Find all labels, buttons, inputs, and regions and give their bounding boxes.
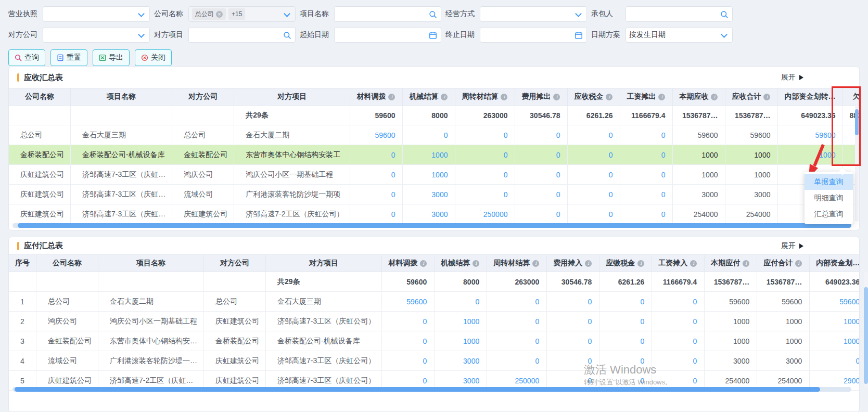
amount-link[interactable]: 0 (693, 298, 697, 306)
info-icon[interactable]: i (388, 94, 395, 100)
amount-link[interactable]: 0 (391, 151, 395, 159)
amount-link[interactable]: 0 (609, 151, 613, 159)
expand-toggle[interactable]: 展开 (781, 241, 803, 251)
export-button[interactable]: 导出 (93, 49, 130, 66)
amount-link[interactable]: 0 (535, 317, 539, 326)
amount-link[interactable]: 0 (693, 317, 697, 326)
amount-link[interactable]: 0 (556, 210, 560, 218)
amount-link[interactable]: 0 (661, 171, 666, 179)
amount-link[interactable]: 1000 (463, 337, 479, 345)
remove-tag-icon[interactable]: × (216, 11, 223, 18)
reset-button[interactable]: 重置 (50, 49, 87, 66)
amount-link[interactable]: 0 (504, 131, 508, 139)
amount-link[interactable]: 0 (588, 337, 592, 345)
info-icon[interactable]: i (532, 260, 539, 267)
amount-link[interactable]: 3000 (463, 357, 479, 365)
amount-link[interactable]: 0 (444, 131, 448, 139)
amount-link[interactable]: 0 (661, 151, 666, 159)
query-button[interactable]: 查询 (8, 49, 45, 66)
info-icon[interactable]: i (658, 94, 665, 100)
end-date-input[interactable] (480, 27, 587, 43)
table-row[interactable]: 4流域公司广利港滚装客轮防沙堤一…庆虹建筑公司济邹高速7-3工区（庆虹公司）03… (9, 351, 859, 371)
scrollbar-thumb[interactable] (15, 387, 820, 392)
menu-item-detail-query[interactable]: 明细查询 (805, 190, 853, 206)
start-date-input[interactable] (334, 27, 441, 43)
table-row[interactable]: 庆虹建筑公司济邹高速7-3工区（庆虹…流域公司广利港滚装客轮防沙堤一期项0300… (9, 185, 859, 204)
contractor-search-input[interactable] (626, 6, 733, 22)
amount-link[interactable]: 0 (609, 171, 613, 179)
amount-link[interactable]: 0 (475, 298, 479, 306)
table-row[interactable]: 金桥装配公司金桥装配公司-机械设备库金虹装配公司东营市奥体中心钢结构安装工010… (9, 145, 859, 165)
amount-link[interactable]: 0 (423, 317, 427, 326)
amount-link[interactable]: 250000 (483, 210, 508, 218)
table-row[interactable]: 1总公司金石大厦二期总公司金石大厦三期596000000059600596005… (9, 292, 859, 312)
amount-link[interactable]: 0 (661, 210, 666, 218)
menu-item-summary-query[interactable]: 汇总查询 (805, 206, 853, 222)
amount-link[interactable]: 0 (609, 131, 613, 139)
amount-link[interactable]: 0 (661, 131, 666, 139)
amount-link[interactable]: 0 (640, 357, 644, 365)
amount-link[interactable]: 0 (609, 190, 613, 199)
amount-link[interactable]: 0 (588, 357, 592, 365)
amount-link[interactable]: 0 (391, 210, 395, 218)
amount-link[interactable]: 0 (535, 337, 539, 345)
amount-link[interactable]: 0 (556, 131, 560, 139)
amount-link[interactable]: 3000 (431, 190, 448, 199)
date-scheme-select[interactable]: 按发生日期 (626, 27, 733, 43)
amount-link[interactable]: 0 (556, 171, 560, 179)
vertical-scrollbar[interactable] (864, 272, 868, 387)
amount-link[interactable]: 250000 (515, 377, 540, 385)
info-icon[interactable]: i (441, 94, 448, 100)
amount-link[interactable]: 0 (423, 357, 427, 365)
amount-link[interactable]: 0 (504, 190, 508, 199)
amount-link[interactable]: 1000 (431, 151, 448, 159)
amount-link[interactable]: 0 (693, 357, 697, 365)
info-icon[interactable]: i (763, 94, 770, 100)
amount-link[interactable]: 0 (661, 190, 666, 199)
horizontal-scrollbar[interactable] (12, 223, 851, 228)
company-name-select[interactable]: 总公司 × +15 (188, 6, 296, 22)
expand-toggle[interactable]: 展开 (781, 73, 803, 82)
table-row[interactable]: 庆虹建筑公司济邹高速7-3工区（庆虹…庆虹建筑公司济邹高速7-2工区（庆虹公司）… (9, 204, 859, 224)
info-icon[interactable]: i (795, 260, 802, 267)
info-icon[interactable]: i (690, 260, 697, 267)
amount-link[interactable]: 0 (535, 298, 539, 306)
table-row[interactable]: 总公司金石大厦三期总公司金石大厦二期5960000000596005960059… (9, 125, 859, 145)
menu-item-document-query[interactable]: 单据查询 (805, 174, 853, 190)
amount-link[interactable]: 0 (556, 190, 560, 199)
table-row[interactable]: 庆虹建筑公司济邹高速7-3工区（庆虹…鸿庆公司鸿庆公司小区一期基础工程01000… (9, 165, 859, 185)
amount-link[interactable]: 0 (391, 171, 395, 179)
amount-link[interactable]: 59600 (406, 298, 427, 306)
amount-link[interactable]: 0 (588, 377, 592, 385)
amount-link[interactable]: 0 (640, 337, 644, 345)
scrollbar-thumb[interactable] (18, 223, 851, 228)
amount-link[interactable]: 0 (640, 377, 644, 385)
amount-link[interactable]: 1000 (844, 337, 859, 345)
amount-link[interactable]: 0 (609, 210, 613, 218)
amount-link[interactable]: 3000 (431, 210, 448, 218)
amount-link[interactable]: 0 (693, 337, 697, 345)
info-icon[interactable]: i (585, 260, 592, 267)
amount-link[interactable]: 0 (640, 317, 644, 326)
amount-link[interactable]: 1000 (463, 317, 479, 326)
info-icon[interactable]: i (743, 260, 749, 267)
amount-link[interactable]: 0 (693, 377, 697, 385)
scrollbar-thumb[interactable] (864, 287, 868, 384)
table-row[interactable]: 3金虹装配公司东营市奥体中心钢结构安…金桥装配公司金桥装配公司-机械设备库010… (9, 331, 859, 351)
info-icon[interactable]: i (501, 94, 507, 100)
amount-link[interactable]: 0 (856, 357, 859, 365)
amount-link[interactable]: 59600 (375, 131, 395, 139)
info-icon[interactable]: i (711, 94, 718, 100)
amount-link[interactable]: 59600 (839, 298, 859, 306)
info-icon[interactable]: i (553, 94, 560, 100)
amount-link[interactable]: 0 (556, 151, 560, 159)
info-icon[interactable]: i (606, 94, 612, 100)
amount-link[interactable]: 3000 (463, 377, 479, 385)
amount-link[interactable]: 0 (423, 377, 427, 385)
amount-link[interactable]: 0 (640, 298, 644, 306)
table-row[interactable]: 2鸿庆公司鸿庆公司小区一期基础工程庆虹建筑公司济邹高速7-3工区（庆虹公司）01… (9, 312, 859, 331)
amount-link[interactable]: 0 (588, 317, 592, 326)
operation-mode-select[interactable] (480, 6, 587, 22)
info-icon[interactable]: i (637, 260, 644, 267)
counterparty-company-select[interactable] (43, 27, 150, 43)
